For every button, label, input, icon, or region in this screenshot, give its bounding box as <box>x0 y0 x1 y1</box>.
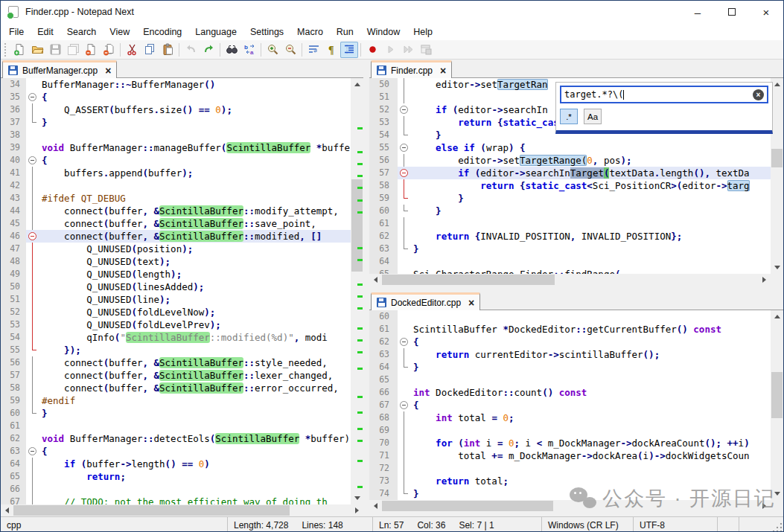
scrollbar-thumb[interactable] <box>13 505 290 516</box>
minimize-button[interactable]: – <box>681 1 715 23</box>
fold-marker[interactable] <box>26 445 39 458</box>
copy-icon[interactable] <box>141 42 159 58</box>
tab-buffermanager[interactable]: BufferManager.cpp × <box>2 60 117 78</box>
indent-guides-icon[interactable] <box>340 42 358 58</box>
code-line[interactable]: 62 return {INVALID_POSITION, INVALID_POS… <box>369 230 771 243</box>
code-line[interactable]: 42 <box>1 179 351 192</box>
menu-item-run[interactable]: Run <box>330 25 360 39</box>
code-line[interactable]: 46 connect(buffer, &ScintillaBuffer::mod… <box>1 230 351 243</box>
code-line[interactable]: 64 <box>369 255 771 268</box>
code-line[interactable]: 58 connect(buffer, &ScintillaBuffer::err… <box>1 382 351 394</box>
maximize-button[interactable] <box>715 1 749 23</box>
menu-item-help[interactable]: Help <box>407 25 439 39</box>
regex-toggle[interactable]: .* <box>560 109 578 124</box>
code-line[interactable]: 60 } <box>369 205 771 217</box>
fold-marker[interactable] <box>398 336 410 348</box>
code-line[interactable]: 62{ <box>369 336 771 348</box>
code-line[interactable]: 59#endif <box>1 394 351 407</box>
code-line[interactable]: 71 total += m_DockManager->dockArea(i)->… <box>369 449 771 462</box>
menu-item-edit[interactable]: Edit <box>31 25 60 39</box>
scroll-right-arrow[interactable] <box>351 504 363 516</box>
horizontal-scrollbar[interactable] <box>369 274 783 286</box>
menu-item-settings[interactable]: Settings <box>243 25 290 39</box>
tab-close-icon[interactable]: × <box>105 65 111 76</box>
scroll-up-arrow[interactable] <box>351 78 363 91</box>
clear-search-icon[interactable]: × <box>753 89 764 100</box>
toolbar-grip[interactable] <box>4 43 8 57</box>
menu-item-language[interactable]: Language <box>188 25 243 39</box>
code-line[interactable]: 36 Q_ASSERT(buffers.size() == 0); <box>1 103 351 116</box>
code-line[interactable]: 61ScintillaBuffer *DockedEditor::getCurr… <box>369 323 771 336</box>
code-line[interactable]: 57 connect(buffer, &ScintillaBuffer::lex… <box>1 369 351 382</box>
code-line[interactable]: 40{ <box>1 154 351 167</box>
code-line[interactable]: 56 connect(buffer, &ScintillaBuffer::sty… <box>1 356 351 369</box>
code-line[interactable]: 69 <box>369 424 771 437</box>
code-line[interactable]: 45 connect(buffer, &ScintillaBuffer::sav… <box>1 217 351 230</box>
code-line[interactable]: 43#ifdef QT_DEBUG <box>1 192 351 205</box>
code-line[interactable]: 66int DockedEditor::count() const <box>369 386 771 399</box>
code-line[interactable]: 63{ <box>1 445 351 458</box>
save-file-icon[interactable] <box>46 42 64 58</box>
code-line[interactable]: 35{ <box>1 91 351 103</box>
code-line[interactable]: 63 return currentEditor->scintillaBuffer… <box>369 348 771 361</box>
editor-dockededitor[interactable]: 6061ScintillaBuffer *DockedEditor::getCu… <box>369 310 783 500</box>
save-macro-icon[interactable] <box>417 42 435 58</box>
close-button[interactable]: × <box>749 1 783 23</box>
code-line[interactable]: 68 int total = 0; <box>369 411 771 424</box>
code-line[interactable]: 34BufferManager::~BufferManager() <box>1 78 351 91</box>
scrollbar-thumb[interactable] <box>771 149 783 167</box>
code-line[interactable]: 48 Q_UNUSED(text); <box>1 255 351 268</box>
cut-icon[interactable] <box>123 42 141 58</box>
code-line[interactable]: 54 qInfo("ScintillaBuffer::modified(%d)"… <box>1 331 351 344</box>
vertical-scrollbar[interactable] <box>351 78 363 504</box>
code-line[interactable]: 65 return; <box>1 470 351 483</box>
scrollbar-thumb[interactable] <box>771 372 783 418</box>
code-line[interactable]: 65 <box>369 374 771 386</box>
code-line[interactable]: 37} <box>1 116 351 129</box>
open-file-icon[interactable] <box>28 42 46 58</box>
code-line[interactable]: 72 <box>369 462 771 475</box>
scrollbar-thumb[interactable] <box>382 501 553 511</box>
fold-marker[interactable] <box>26 230 39 243</box>
scroll-down-arrow[interactable] <box>771 261 783 274</box>
code-line[interactable]: 61 <box>369 217 771 230</box>
scroll-up-arrow[interactable] <box>771 310 783 323</box>
code-line[interactable]: 41 buffers.append(buffer); <box>1 167 351 179</box>
redo-icon[interactable] <box>200 42 217 58</box>
code-line[interactable]: 66 <box>1 483 351 496</box>
menu-item-search[interactable]: Search <box>60 25 103 39</box>
code-line[interactable]: 62void BufferManager::detectEols(Scintil… <box>1 432 351 445</box>
scroll-left-arrow[interactable] <box>369 500 382 512</box>
close-all-icon[interactable] <box>100 42 118 58</box>
match-case-toggle[interactable]: Aa <box>584 109 602 124</box>
fold-marker[interactable] <box>398 103 410 116</box>
code-line[interactable]: 51 Q_UNUSED(line); <box>1 293 351 306</box>
horizontal-splitter[interactable] <box>369 286 783 292</box>
run-macro-multiple-icon[interactable] <box>399 42 417 58</box>
code-line[interactable]: 59 } <box>369 192 771 205</box>
fold-marker[interactable] <box>398 141 410 154</box>
code-line[interactable]: 53 Q_UNUSED(foldLevelPrev); <box>1 318 351 331</box>
tab-close-icon[interactable]: × <box>440 65 446 76</box>
find-icon[interactable] <box>223 42 240 58</box>
menu-item-macro[interactable]: Macro <box>290 25 330 39</box>
scrollbar-thumb[interactable] <box>351 179 363 272</box>
horizontal-scrollbar[interactable] <box>1 504 363 516</box>
code-line[interactable]: 47 Q_UNUSED(position); <box>1 243 351 255</box>
undo-icon[interactable] <box>182 42 200 58</box>
new-file-icon[interactable] <box>10 42 28 58</box>
save-all-icon[interactable] <box>64 42 82 58</box>
code-line[interactable]: 49 Q_UNUSED(length); <box>1 268 351 281</box>
code-line[interactable]: 38 <box>1 129 351 141</box>
editor-buffermanager[interactable]: 34BufferManager::~BufferManager()35{36 Q… <box>1 78 363 504</box>
code-line[interactable]: 50 Q_UNUSED(linesAdded); <box>1 281 351 293</box>
fold-marker[interactable] <box>398 399 410 411</box>
tab-close-icon[interactable]: × <box>468 298 474 308</box>
code-line[interactable]: 64} <box>369 361 771 374</box>
show-symbols-icon[interactable]: ¶ <box>322 42 340 58</box>
code-line[interactable]: 67{ <box>369 399 771 411</box>
code-line[interactable]: 64 if (buffer->length() == 0) <box>1 458 351 470</box>
close-file-icon[interactable] <box>82 42 100 58</box>
code-line[interactable]: 57 if (editor->searchInTarget(textData.l… <box>369 167 771 179</box>
fold-marker[interactable] <box>26 154 39 167</box>
